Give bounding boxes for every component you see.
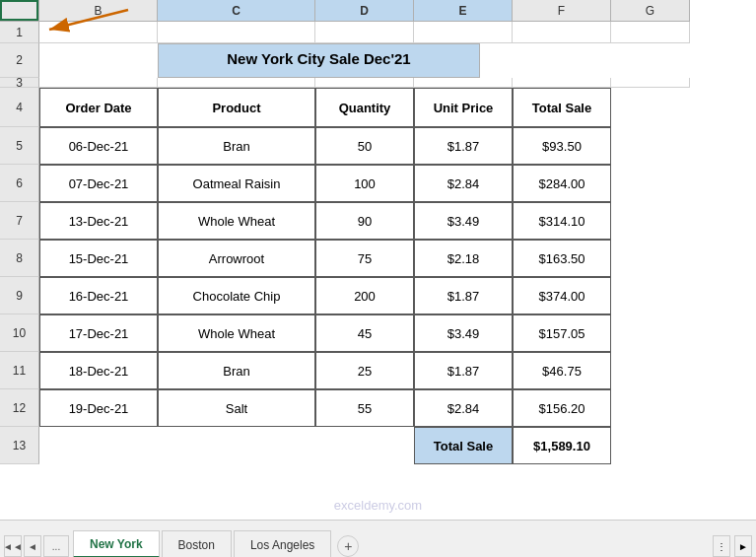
cell-product-6[interactable]: Bran [158, 352, 315, 389]
cell-b2[interactable] [39, 43, 158, 78]
cell-g7[interactable] [611, 202, 690, 240]
cell-date-7[interactable]: 19-Dec-21 [39, 389, 158, 427]
cell-g9[interactable] [611, 277, 690, 314]
cell-qty-2[interactable]: 90 [315, 202, 414, 240]
col-header-b[interactable]: B [39, 0, 158, 22]
cell-date-6[interactable]: 18-Dec-21 [39, 352, 158, 389]
row-num-8: 8 [0, 240, 39, 277]
cell-product-0[interactable]: Bran [158, 127, 315, 165]
cell-total-6[interactable]: $46.75 [513, 352, 611, 389]
col-header-c[interactable]: C [158, 0, 315, 22]
add-sheet-button[interactable]: + [337, 535, 359, 557]
cell-product-1[interactable]: Oatmeal Raisin [158, 165, 315, 202]
cell-product-3[interactable]: Arrowroot [158, 240, 315, 277]
cell-price-2[interactable]: $3.49 [414, 202, 513, 240]
row-num-7: 7 [0, 202, 39, 240]
cell-total-3[interactable]: $163.50 [513, 240, 611, 277]
cell-qty-5[interactable]: 45 [315, 314, 414, 352]
cell-d1[interactable] [315, 22, 414, 43]
table-row: 11 18-Dec-21 Bran 25 $1.87 $46.75 [0, 352, 756, 389]
cell-qty-1[interactable]: 100 [315, 165, 414, 202]
tab-more-button[interactable]: ⋮ [713, 535, 730, 557]
tab-nav-prev-prev[interactable]: ◄◄ [4, 535, 22, 557]
cell-price-4[interactable]: $1.87 [414, 277, 513, 314]
cell-g13[interactable] [611, 427, 690, 464]
col-header-f[interactable]: F [513, 0, 611, 22]
cell-g1[interactable] [611, 22, 690, 43]
row-num-4: 4 [0, 88, 39, 127]
cell-g8[interactable] [611, 240, 690, 277]
tab-los-angeles[interactable]: Los Angeles [234, 530, 331, 557]
col-header-g[interactable]: G [611, 0, 690, 22]
tab-ellipsis[interactable]: ... [43, 535, 69, 557]
cell-total-7[interactable]: $156.20 [513, 389, 611, 427]
cell-g10[interactable] [611, 314, 690, 352]
cell-e2[interactable] [480, 43, 579, 78]
total-label: Total Sale [414, 427, 513, 464]
table-row: 12 19-Dec-21 Salt 55 $2.84 $156.20 [0, 389, 756, 427]
cell-date-1[interactable]: 07-Dec-21 [39, 165, 158, 202]
cell-b1[interactable] [39, 22, 158, 43]
cell-price-0[interactable]: $1.87 [414, 127, 513, 165]
col-header-e[interactable]: E [414, 0, 513, 22]
tab-right-controls: ⋮ ► [713, 535, 752, 557]
cell-c3[interactable] [158, 78, 315, 88]
cell-f1[interactable] [513, 22, 611, 43]
row-num-11: 11 [0, 352, 39, 389]
cell-total-5[interactable]: $157.05 [513, 314, 611, 352]
total-row: 13 Total Sale $1,589.10 [0, 427, 756, 464]
cell-product-4[interactable]: Chocolate Chip [158, 277, 315, 314]
cell-g3[interactable] [611, 78, 690, 88]
cell-b13[interactable] [39, 427, 158, 464]
cell-c1[interactable] [158, 22, 315, 43]
cell-qty-4[interactable]: 200 [315, 277, 414, 314]
table-row: 7 13-Dec-21 Whole Wheat 90 $3.49 $314.10 [0, 202, 756, 240]
cell-product-2[interactable]: Whole Wheat [158, 202, 315, 240]
cell-f2[interactable] [579, 43, 677, 78]
cell-date-3[interactable]: 15-Dec-21 [39, 240, 158, 277]
cell-qty-6[interactable]: 25 [315, 352, 414, 389]
cell-price-5[interactable]: $3.49 [414, 314, 513, 352]
header-total-sale: Total Sale [513, 88, 611, 127]
cell-qty-0[interactable]: 50 [315, 127, 414, 165]
tab-nav-prev[interactable]: ◄ [24, 535, 41, 557]
col-header-d[interactable]: D [315, 0, 414, 22]
cell-price-6[interactable]: $1.87 [414, 352, 513, 389]
cell-price-3[interactable]: $2.18 [414, 240, 513, 277]
cell-g6[interactable] [611, 165, 690, 202]
row-num-12: 12 [0, 389, 39, 427]
cell-total-4[interactable]: $374.00 [513, 277, 611, 314]
cell-e3[interactable] [414, 78, 513, 88]
cell-d13[interactable] [315, 427, 414, 464]
cell-date-2[interactable]: 13-Dec-21 [39, 202, 158, 240]
cell-qty-7[interactable]: 55 [315, 389, 414, 427]
cell-total-2[interactable]: $314.10 [513, 202, 611, 240]
cell-date-5[interactable]: 17-Dec-21 [39, 314, 158, 352]
cell-date-4[interactable]: 16-Dec-21 [39, 277, 158, 314]
cell-c13[interactable] [158, 427, 315, 464]
row-num-13: 13 [0, 427, 39, 464]
cell-b3[interactable] [39, 78, 158, 88]
cell-g2[interactable] [677, 43, 756, 78]
tab-scroll-right[interactable]: ► [734, 535, 752, 557]
cell-product-7[interactable]: Salt [158, 389, 315, 427]
cell-f3[interactable] [513, 78, 611, 88]
cell-g4[interactable] [611, 88, 690, 127]
tab-new-york[interactable]: New York [73, 530, 160, 557]
cell-price-1[interactable]: $2.84 [414, 165, 513, 202]
cell-product-5[interactable]: Whole Wheat [158, 314, 315, 352]
tab-boston[interactable]: Boston [162, 530, 232, 557]
cell-total-1[interactable]: $284.00 [513, 165, 611, 202]
cell-g11[interactable] [611, 352, 690, 389]
corner-cell [0, 0, 39, 22]
cell-e1[interactable] [414, 22, 513, 43]
cell-g5[interactable] [611, 127, 690, 165]
cell-qty-3[interactable]: 75 [315, 240, 414, 277]
cell-date-0[interactable]: 06-Dec-21 [39, 127, 158, 165]
spreadsheet-title: New York City Sale Dec'21 [158, 43, 480, 78]
cell-total-0[interactable]: $93.50 [513, 127, 611, 165]
table-row: 6 07-Dec-21 Oatmeal Raisin 100 $2.84 $28… [0, 165, 756, 202]
cell-g12[interactable] [611, 389, 690, 427]
cell-price-7[interactable]: $2.84 [414, 389, 513, 427]
cell-d3[interactable] [315, 78, 414, 88]
